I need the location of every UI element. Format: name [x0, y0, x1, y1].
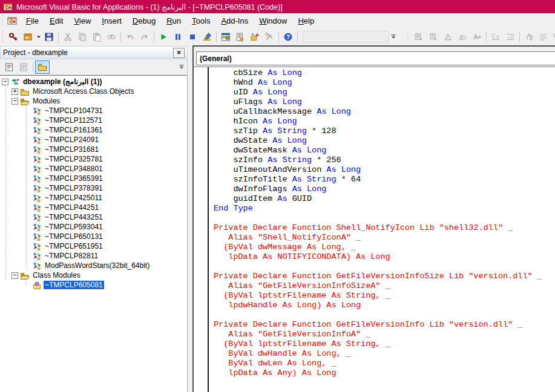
insert-object-dropdown-arrow-icon[interactable] [35, 30, 42, 44]
tree-item-class-modules[interactable]: −Class Modules [0, 270, 187, 280]
object-browser-button[interactable] [248, 30, 262, 44]
tree-item-~tmpclp443251[interactable]: ~TMPCLP443251 [0, 212, 187, 222]
indent-button[interactable] [488, 30, 503, 44]
project-panel-close-button[interactable]: × [173, 48, 185, 58]
code-line: hWnd As Long [214, 78, 555, 88]
menu-item-edit[interactable]: Edit [44, 15, 68, 27]
comment-block-button[interactable] [536, 30, 551, 44]
toggle-folders-button[interactable] [35, 60, 50, 74]
object-dropdown[interactable]: (General) [196, 51, 555, 65]
toolbox-button[interactable] [262, 30, 277, 44]
toolbar-options-chevron-icon[interactable] [389, 30, 397, 44]
tree-item-~tmpclp378391[interactable]: ~TMPCLP378391 [0, 183, 187, 193]
outdent-icon [505, 32, 515, 42]
tree-item-~tmpclp82811[interactable]: ~TMPCLP82811 [0, 251, 187, 261]
menu-item-tools[interactable]: Tools [186, 15, 215, 27]
tree-item-~tmpclp112571[interactable]: ~TMPCLP112571 [0, 116, 187, 125]
menu-item-add-ins[interactable]: Add-Ins [215, 15, 254, 27]
tree-item-~tmpclp44251[interactable]: ~TMPCLP44251 [0, 203, 187, 212]
tree-item-~tmpclp605081[interactable]: ~TMPCLP605081 [0, 280, 187, 290]
collapse-icon[interactable]: − [2, 79, 8, 85]
save-button[interactable] [42, 30, 56, 44]
find-button[interactable] [104, 30, 119, 44]
view-code-button[interactable] [2, 60, 16, 74]
collapse-icon[interactable]: − [11, 98, 18, 105]
module-icon [32, 252, 42, 261]
undo-button[interactable] [123, 30, 137, 44]
tree-item-~tmpclp161361[interactable]: ~TMPCLP161361 [0, 125, 187, 135]
menu-item-run[interactable]: Run [161, 15, 186, 27]
folder-open-icon [20, 271, 30, 280]
list-constants-button[interactable] [426, 30, 441, 44]
quick-info-button[interactable] [441, 30, 455, 44]
tree-item-modules[interactable]: −Modules [0, 96, 187, 106]
copy-button[interactable] [75, 30, 90, 44]
run-button[interactable] [156, 30, 171, 44]
tree-item-~tmpclp651951[interactable]: ~TMPCLP651951 [0, 241, 187, 251]
code-pane: (General) cbSize As Long hWnd As Long uI… [192, 45, 555, 392]
project-explorer-button[interactable] [218, 30, 233, 44]
tree-item-label: ModPassWordStars(32bit_64bit) [44, 261, 151, 270]
cut-button[interactable] [61, 30, 75, 44]
module-icon [32, 136, 42, 145]
tree-item-modpasswordstars(32bit_64bit)[interactable]: ModPassWordStars(32bit_64bit) [0, 261, 187, 270]
break-button[interactable] [171, 30, 185, 44]
tree-item-dbexample-(-(1))[interactable]: −dbexample (البرنامج‎ (1)) [0, 77, 187, 87]
help-button[interactable]: ? [281, 30, 295, 44]
menu-item-insert[interactable]: Insert [96, 15, 127, 27]
menu-item-window[interactable]: Window [254, 15, 292, 27]
project-explorer-icon [221, 32, 231, 42]
margin-indicator-bar[interactable] [194, 67, 209, 392]
code-editor[interactable]: cbSize As Long hWnd As Long uID As Long … [194, 67, 555, 392]
code-line: (ByVal lptstrFilename As String, _ [214, 291, 555, 301]
edit-toolbar: A [406, 30, 555, 44]
insert-object-button[interactable] [21, 30, 35, 44]
toolbar-grip[interactable] [407, 31, 410, 42]
toggle-breakpoint-button[interactable] [522, 30, 536, 44]
redo-button[interactable] [137, 30, 152, 44]
quick-info-icon [443, 32, 453, 42]
tree-item-~tmpclp425011[interactable]: ~TMPCLP425011 [0, 193, 187, 203]
toolbar-separator [519, 31, 520, 42]
parameter-info-button[interactable] [455, 30, 470, 44]
design-mode-button[interactable] [200, 30, 214, 44]
menu-item-help[interactable]: Help [292, 15, 320, 27]
menu-item-view[interactable]: View [68, 15, 96, 27]
outdent-button[interactable] [503, 30, 517, 44]
project-panel-header[interactable]: Project - dbexample × [0, 46, 188, 59]
title-bar: Microsoft Visual Basic for Applications … [0, 0, 555, 13]
complete-word-icon: A [472, 32, 482, 42]
tree-item-~tmpclp31681[interactable]: ~TMPCLP31681 [0, 145, 187, 154]
menubar-grip[interactable] [1, 15, 4, 26]
code-window-icon[interactable] [7, 16, 17, 25]
toolbar-grip[interactable] [1, 31, 4, 42]
menu-item-debug[interactable]: Debug [127, 15, 161, 27]
uncomment-block-button[interactable] [551, 30, 555, 44]
view-object-button[interactable] [16, 60, 31, 74]
expand-icon[interactable]: + [11, 88, 18, 95]
tree-item-~tmpclp348801[interactable]: ~TMPCLP348801 [0, 164, 187, 174]
collapse-icon[interactable]: − [11, 272, 18, 279]
project-tree[interactable]: −dbexample (البرنامج‎ (1))+Microsoft Acc… [0, 75, 188, 392]
redo-icon [140, 32, 149, 42]
reset-button[interactable] [185, 30, 200, 44]
toolbar-row: ? A [0, 28, 555, 45]
tree-item-~tmpclp365391[interactable]: ~TMPCLP365391 [0, 174, 187, 183]
tree-item-~tmpclp104731[interactable]: ~TMPCLP104731 [0, 106, 187, 116]
tree-item-microsoft-access-class-objects[interactable]: +Microsoft Access Class Objects [0, 87, 187, 96]
tree-item-~tmpclp325781[interactable]: ~TMPCLP325781 [0, 154, 187, 164]
list-properties-button[interactable] [412, 30, 426, 44]
tree-item-~tmpclp593041[interactable]: ~TMPCLP593041 [0, 222, 187, 232]
tree-item-~tmpclp650131[interactable]: ~TMPCLP650131 [0, 232, 187, 241]
paste-button[interactable] [90, 30, 104, 44]
panel-splitter[interactable] [188, 45, 192, 392]
module-icon [32, 155, 42, 164]
menu-item-file[interactable]: File [21, 15, 44, 27]
view-access-button[interactable] [6, 30, 21, 44]
window-title: Microsoft Visual Basic for Applications … [16, 2, 283, 11]
tree-item-~tmpclp24091[interactable]: ~TMPCLP24091 [0, 135, 187, 145]
complete-word-button[interactable]: A [470, 30, 484, 44]
project-toolbar-options-chevron-icon[interactable] [177, 60, 185, 74]
code-line: cbSize As Long [214, 68, 555, 78]
properties-window-button[interactable] [233, 30, 248, 44]
